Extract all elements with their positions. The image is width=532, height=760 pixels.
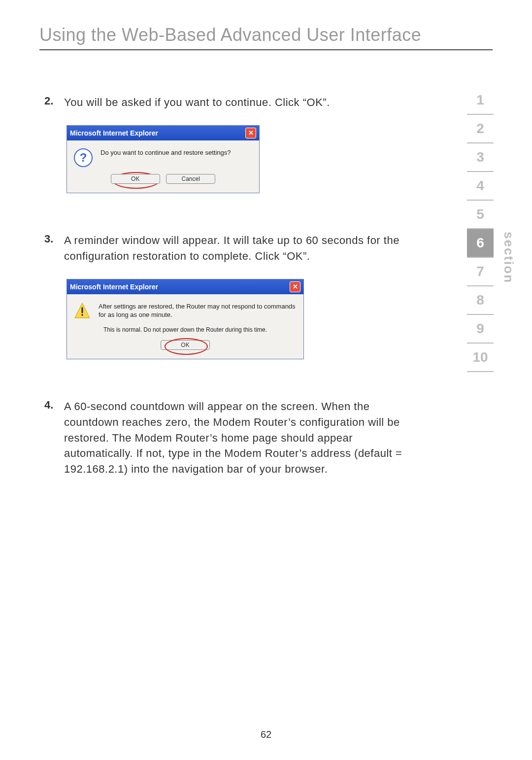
- step-4-text: A 60-second countdown will appear on the…: [64, 399, 409, 477]
- step-2: 2. You will be asked if you want to cont…: [44, 95, 409, 110]
- warning-icon: [74, 302, 91, 319]
- dialog-message-2: This is normal. Do not power down the Ro…: [74, 326, 297, 333]
- close-button[interactable]: ✕: [245, 128, 256, 138]
- svg-rect-2: [82, 314, 83, 315]
- restore-reminder-dialog: Microsoft Internet Explorer ✕ After sett…: [66, 279, 304, 359]
- section-nav-item-8[interactable]: 8: [467, 286, 494, 315]
- dialog-message: Do you want to continue and restore sett…: [100, 148, 231, 157]
- section-nav-item-2[interactable]: 2: [467, 115, 494, 143]
- dialog-title: Microsoft Internet Explorer: [70, 283, 158, 291]
- dialog-titlebar: Microsoft Internet Explorer ✕: [67, 126, 259, 140]
- section-nav-item-1[interactable]: 1: [467, 86, 494, 115]
- page-title: Using the Web-Based Advanced User Interf…: [39, 25, 493, 50]
- svg-rect-1: [82, 307, 83, 313]
- dialog-titlebar: Microsoft Internet Explorer ✕: [67, 279, 303, 294]
- section-label: section: [501, 232, 516, 283]
- section-nav-item-9[interactable]: 9: [467, 315, 494, 344]
- step-3-number: 3.: [44, 233, 64, 264]
- page-number: 62: [0, 729, 532, 740]
- step-4-number: 4.: [44, 399, 64, 477]
- dialog-message-1: After settings are restored, the Router …: [99, 302, 297, 319]
- step-3: 3. A reminder window will appear. It wil…: [44, 233, 409, 264]
- step-2-number: 2.: [44, 95, 64, 110]
- section-nav-item-3[interactable]: 3: [467, 143, 494, 172]
- close-button[interactable]: ✕: [290, 281, 300, 292]
- step-3-text: A reminder window will appear. It will t…: [64, 233, 409, 264]
- ok-button[interactable]: OK: [111, 174, 160, 184]
- confirm-restore-dialog: Microsoft Internet Explorer ✕ ? Do you w…: [66, 125, 260, 193]
- question-icon: ?: [74, 148, 93, 167]
- dialog-title: Microsoft Internet Explorer: [70, 129, 158, 137]
- section-nav-item-4[interactable]: 4: [467, 172, 494, 201]
- section-nav-item-10[interactable]: 10: [467, 344, 494, 372]
- section-nav: 12345678910: [467, 86, 494, 372]
- section-nav-item-6[interactable]: 6: [467, 229, 494, 258]
- ok-button[interactable]: OK: [161, 340, 210, 350]
- section-nav-item-5[interactable]: 5: [467, 201, 494, 229]
- section-nav-item-7[interactable]: 7: [467, 258, 494, 286]
- step-4: 4. A 60-second countdown will appear on …: [44, 399, 409, 477]
- step-2-text: You will be asked if you want to continu…: [64, 95, 330, 110]
- cancel-button[interactable]: Cancel: [166, 174, 215, 184]
